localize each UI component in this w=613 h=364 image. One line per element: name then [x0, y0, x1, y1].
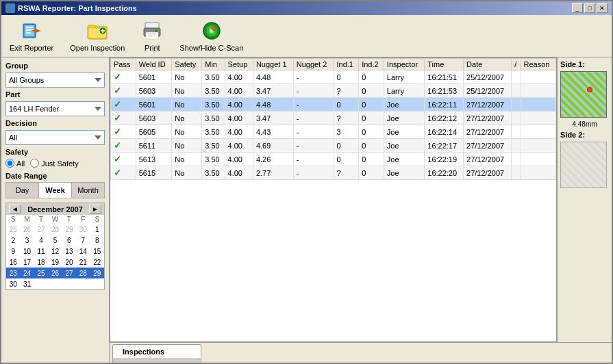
table-row[interactable]: ✓5615No3.504.002.77-?0Joe16:22:2027/12/2… [111, 166, 556, 180]
cal-day[interactable]: 30 [6, 278, 20, 289]
table-header-cell: Inspector [384, 59, 424, 70]
table-cell: ✓ [111, 70, 136, 84]
table-cell: 3.50 [202, 153, 225, 166]
calendar-prev-button[interactable]: ◄ [9, 205, 21, 213]
table-cell: Joe [384, 125, 424, 139]
cal-day[interactable]: 16 [6, 257, 20, 268]
cal-day[interactable]: 15 [90, 246, 104, 257]
cal-day[interactable]: 8 [90, 235, 104, 246]
table-cell: 27/12/2007 [464, 153, 512, 166]
table-header-cell: Ind.2 [359, 59, 384, 70]
table-row[interactable]: ✓5605No3.504.004.43-30Joe16:22:1427/12/2… [111, 125, 556, 139]
side1-mm: 4.48mm [560, 120, 609, 128]
part-select[interactable]: 164 LH Fender [5, 101, 105, 116]
table-header-cell: Nugget 1 [253, 59, 293, 70]
cal-day[interactable]: 19 [48, 257, 62, 268]
safety-just-option[interactable]: Just Safety [30, 159, 78, 168]
title-bar-controls: _ □ ✕ [572, 3, 608, 13]
cal-day[interactable]: 5 [48, 235, 62, 246]
table-cell: Larry [384, 84, 424, 98]
cal-day[interactable]: 9 [6, 246, 20, 257]
exit-reporter-button[interactable]: Exit Reporter [7, 17, 56, 55]
maximize-button[interactable]: □ [584, 3, 595, 13]
table-header-cell: Weld ID [136, 59, 172, 70]
week-tab[interactable]: Week [39, 183, 72, 198]
cal-day[interactable]: 29 [62, 224, 76, 235]
table-cell: 16:21:51 [425, 70, 464, 84]
table-cell: 0 [359, 139, 384, 153]
pass-checkmark: ✓ [114, 127, 121, 137]
cal-header-w: W [48, 215, 62, 224]
table-cell: 4.00 [225, 153, 253, 166]
safety-all-radio[interactable] [5, 159, 14, 168]
table-cell: Joe [384, 166, 424, 180]
cal-day[interactable]: 22 [90, 257, 104, 268]
table-cell: No [172, 139, 202, 153]
svg-point-23 [212, 27, 215, 31]
show-hide-cscan-button[interactable]: Show/Hide C-Scan [177, 17, 246, 55]
cal-day[interactable]: 10 [20, 246, 34, 257]
cal-day[interactable]: 26 [20, 224, 34, 235]
cal-day[interactable]: 26 [48, 268, 62, 278]
cal-day[interactable]: 21 [76, 257, 90, 268]
cal-day[interactable]: 4 [34, 235, 48, 246]
table-row[interactable]: ✓5601No3.504.004.48-00Joe16:22:1127/12/2… [111, 98, 556, 112]
cal-day[interactable]: 6 [62, 235, 76, 246]
cal-day[interactable]: 29 [90, 268, 104, 278]
month-tab[interactable]: Month [72, 183, 104, 198]
cal-day[interactable]: 11 [34, 246, 48, 257]
table-cell: ? [334, 84, 359, 98]
pass-checkmark: ✓ [114, 154, 121, 164]
table-row[interactable]: ✓5601No3.504.004.48-00Larry16:21:5125/12… [111, 70, 556, 84]
table-row[interactable]: ✓5611No3.504.004.69-00Joe16:22:1727/12/2… [111, 139, 556, 153]
print-button[interactable]: Print [138, 17, 166, 55]
cal-day[interactable]: 28 [76, 268, 90, 278]
table-header-cell: Pass [111, 59, 136, 70]
safety-all-option[interactable]: All [5, 159, 25, 168]
table-cell [512, 166, 521, 180]
table-cell: 5601 [136, 98, 172, 112]
cal-day[interactable]: 24 [20, 268, 34, 278]
group-select[interactable]: All Groups [5, 73, 105, 88]
table-row[interactable]: ✓5603No3.504.003.47-?0Joe16:22:1227/12/2… [111, 112, 556, 125]
table-cell: 5605 [136, 125, 172, 139]
title-bar-left: RSWA Reporter: Part Inspections [5, 3, 137, 13]
minimize-button[interactable]: _ [572, 3, 583, 13]
cal-day[interactable]: 12 [48, 246, 62, 257]
table-row[interactable]: ✓5603No3.504.003.47-?0Larry16:21:5325/12… [111, 84, 556, 98]
open-inspection-button[interactable]: Open Inspection [67, 17, 127, 55]
cal-day[interactable]: 28 [48, 224, 62, 235]
table-cell: - [293, 166, 334, 180]
cal-day[interactable]: 17 [20, 257, 34, 268]
cal-day[interactable]: 20 [62, 257, 76, 268]
cal-day[interactable]: 2 [6, 235, 20, 246]
day-tab[interactable]: Day [6, 183, 39, 198]
calendar-next-button[interactable]: ► [89, 205, 101, 213]
bottom-tab-safety-welds[interactable]: Safety Welds [112, 359, 201, 363]
close-button[interactable]: ✕ [597, 3, 608, 13]
bottom-tabs: InspectionsSafety WeldsWeld HistoryInspe… [110, 342, 612, 363]
exit-reporter-label: Exit Reporter [10, 44, 53, 52]
cal-day[interactable]: 30 [76, 224, 90, 235]
cal-day[interactable]: 18 [34, 257, 48, 268]
cal-day[interactable]: 14 [76, 246, 90, 257]
cal-day[interactable]: 25 [6, 224, 20, 235]
cal-day[interactable]: 7 [76, 235, 90, 246]
table-cell: 4.00 [225, 70, 253, 84]
cal-day[interactable]: 23 [6, 268, 20, 278]
table-row[interactable]: ✓5613No3.504.004.26-00Joe16:22:1927/12/2… [111, 153, 556, 166]
table-cell: ✓ [111, 139, 136, 153]
data-table-area[interactable]: PassWeld IDSafetyMinSetupNugget 1Nugget … [110, 57, 557, 342]
safety-just-radio[interactable] [30, 159, 39, 168]
cal-day[interactable]: 25 [34, 268, 48, 278]
side-panel: Side 1: 4.48mm Side 2: [557, 57, 612, 342]
cal-day[interactable]: 3 [20, 235, 34, 246]
cal-day[interactable]: 31 [20, 278, 34, 289]
cal-day[interactable]: 13 [62, 246, 76, 257]
bottom-tab-inspections[interactable]: Inspections [112, 344, 201, 359]
inner-content: PassWeld IDSafetyMinSetupNugget 1Nugget … [110, 57, 612, 342]
cal-day[interactable]: 27 [34, 224, 48, 235]
cal-day[interactable]: 27 [62, 268, 76, 278]
decision-select[interactable]: All [5, 130, 105, 145]
cal-day[interactable]: 1 [90, 224, 104, 235]
